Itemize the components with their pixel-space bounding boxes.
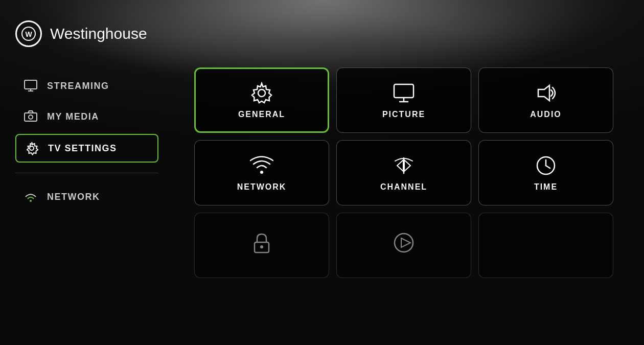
streaming-label: STREAMING [47, 81, 109, 91]
settings-grid: GENERAL PICTURE AUDIO [194, 67, 613, 278]
nav-items: STREAMING MY MEDIA TV SETTINGS [15, 73, 158, 163]
my-media-label: MY MEDIA [47, 111, 99, 122]
grid-item-lock[interactable] [194, 213, 329, 278]
svg-point-6 [29, 115, 33, 119]
logo-icon: W [15, 20, 42, 47]
picture-label: PICTURE [382, 110, 425, 119]
sidebar-item-my-media[interactable]: MY MEDIA [15, 103, 158, 130]
svg-rect-5 [25, 113, 37, 121]
channel-icon [392, 154, 416, 177]
network-grid-label: NETWORK [237, 182, 287, 192]
grid-item-audio[interactable]: AUDIO [478, 67, 613, 133]
sidebar-network[interactable]: NETWORK [15, 183, 158, 210]
svg-marker-13 [538, 85, 549, 101]
svg-point-8 [30, 200, 32, 202]
gear-icon-general [250, 81, 273, 105]
camera-icon [24, 109, 38, 124]
sidebar-item-tv-settings[interactable]: TV SETTINGS [15, 134, 158, 163]
logo-area: W Westinghouse [15, 20, 158, 47]
wifi-icon-sidebar [24, 190, 38, 204]
main-area: GENERAL PICTURE AUDIO [174, 0, 644, 345]
grid-item-playback[interactable] [336, 213, 471, 278]
clock-icon [534, 154, 558, 177]
channel-label: CHANNEL [380, 182, 427, 192]
audio-icon [534, 81, 558, 105]
svg-rect-10 [394, 84, 413, 98]
grid-item-empty [478, 213, 613, 278]
general-label: GENERAL [238, 110, 285, 119]
gear-icon-sidebar [25, 141, 39, 155]
nav-divider [15, 173, 158, 173]
network-label: NETWORK [47, 192, 100, 202]
svg-point-7 [30, 146, 34, 150]
audio-label: AUDIO [530, 110, 562, 119]
grid-item-general[interactable]: GENERAL [194, 67, 329, 133]
time-label: TIME [534, 182, 558, 192]
brand-name: Westinghouse [50, 25, 147, 42]
monitor-icon-picture [392, 81, 416, 105]
monitor-icon [24, 79, 38, 93]
play-icon [392, 231, 416, 255]
svg-line-17 [546, 166, 550, 168]
svg-text:W: W [25, 30, 32, 38]
grid-item-picture[interactable]: PICTURE [336, 67, 471, 133]
svg-marker-21 [401, 238, 410, 247]
wifi-icon-grid [250, 154, 273, 177]
grid-item-time[interactable]: TIME [478, 140, 613, 205]
sidebar: W Westinghouse STREAMING [0, 0, 174, 345]
grid-item-channel[interactable]: CHANNEL [336, 140, 471, 205]
svg-point-14 [260, 171, 263, 174]
grid-item-network[interactable]: NETWORK [194, 140, 329, 205]
lock-icon [250, 231, 273, 255]
svg-rect-2 [25, 80, 37, 89]
svg-point-19 [260, 245, 263, 248]
tv-settings-label: TV SETTINGS [48, 143, 117, 154]
svg-point-9 [258, 89, 265, 97]
sidebar-item-streaming[interactable]: STREAMING [15, 73, 158, 99]
